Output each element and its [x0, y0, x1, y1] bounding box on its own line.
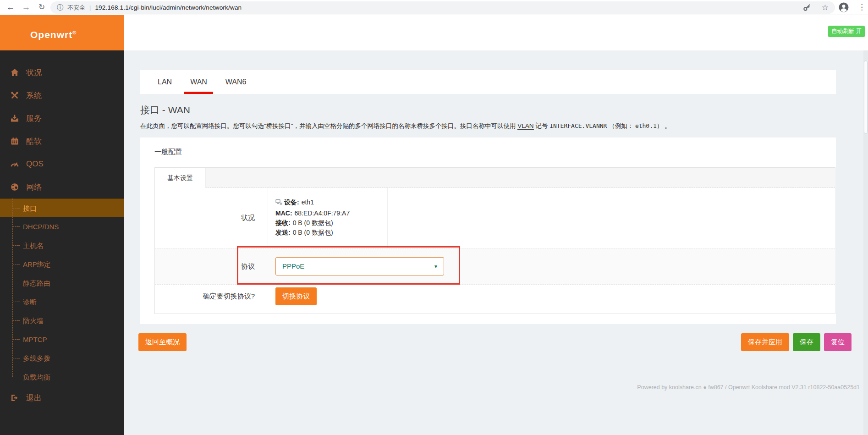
main-content: LAN WAN WAN6 接口 - WAN 在此页面，您可以配置网络接口。您可以… [124, 50, 868, 435]
sidebar-item-logout[interactable]: 退出 [0, 386, 124, 409]
page-title: 接口 - WAN [140, 104, 190, 116]
protocol-row-label: 协议 [155, 262, 265, 271]
back-to-overview-button[interactable]: 返回至概况 [138, 333, 187, 351]
sidebar-subitem-hostname[interactable]: 主机名 [0, 236, 124, 255]
settings-box: 基本设置 状况 设备:eth1 MAC:68:ED:A4:0F:79:A7 接收… [154, 167, 835, 314]
openwrt-logo: Openwrt® [0, 15, 124, 50]
profile-avatar-icon[interactable] [839, 2, 849, 12]
subtab-basic-settings[interactable]: 基本设置 [155, 168, 206, 188]
url-text: 192.168.1.1/cgi-bin/luci/admin/network/n… [95, 4, 242, 11]
bookmark-star-icon[interactable]: ☆ [822, 3, 829, 12]
sidebar-subitem-mptcp[interactable]: MPTCP [0, 330, 124, 349]
sidebar: Openwrt® 状况 系统 服务 [0, 15, 124, 435]
registered-mark: ® [72, 30, 77, 35]
switch-protocol-row: 确定要切换协议? 切换协议 [155, 285, 835, 314]
protocol-row: 协议 PPPoE ▼ [155, 248, 835, 285]
switch-question-label: 确定要切换协议? [155, 285, 265, 314]
vlan-abbr: VLAN [517, 122, 533, 130]
sidebar-subitem-firewall[interactable]: 防火墙 [0, 311, 124, 330]
page-description: 在此页面，您可以配置网络接口。您可以勾选"桥接接口"，并输入由空格分隔的多个网络… [140, 122, 836, 130]
status-row-label: 状况 [155, 188, 265, 248]
sidebar-item-qos[interactable]: QOS [0, 153, 124, 176]
status-row: 状况 设备:eth1 MAC:68:ED:A4:0F:79:A7 接收:0 B … [155, 188, 835, 248]
info-icon[interactable]: ⓘ [57, 4, 63, 12]
logout-icon [10, 393, 19, 402]
gauge-icon [10, 160, 19, 169]
reset-button[interactable]: 复位 [824, 333, 852, 351]
sidebar-menu: 状况 系统 服务 [0, 50, 124, 409]
sidebar-item-status[interactable]: 状况 [0, 61, 124, 84]
tab-wan[interactable]: WAN [184, 70, 214, 94]
sidebar-item-network[interactable]: 网络 [0, 176, 124, 198]
sidebar-item-services[interactable]: 服务 [0, 107, 124, 130]
switch-protocol-button[interactable]: 切换协议 [275, 287, 317, 305]
sidebar-subitem-load-balancing[interactable]: 负载均衡 [0, 368, 124, 386]
sidebar-item-koolshare[interactable]: 酷软 [0, 130, 124, 153]
tab-wan6[interactable]: WAN6 [219, 70, 253, 94]
sidebar-subitem-arp-binding[interactable]: ARP绑定 [0, 255, 124, 274]
active-tab-underline [184, 92, 213, 94]
sidebar-subitem-interfaces[interactable]: 接口 [0, 198, 124, 217]
interface-tabbar: LAN WAN WAN6 [140, 70, 836, 94]
protocol-select[interactable]: PPPoE ▼ [275, 257, 444, 275]
browser-forward-icon[interactable]: → [20, 0, 32, 15]
ethernet-adapter-icon [275, 198, 283, 206]
footer-credits: Powered by koolshare.cn ● fw867 / Openwr… [637, 384, 860, 391]
auto-refresh-toggle[interactable]: 自动刷新 开 [828, 26, 865, 37]
tab-lan[interactable]: LAN [151, 70, 178, 94]
home-icon [10, 68, 19, 77]
settings-subtabs: 基本设置 [155, 168, 835, 188]
sidebar-item-system[interactable]: 系统 [0, 84, 124, 107]
save-button[interactable]: 保存 [793, 333, 820, 351]
network-submenu: 接口 DHCP/DNS 主机名 ARP绑定 静态路由 诊断 防火墙 MPTCP … [0, 198, 124, 386]
browser-back-icon[interactable]: ← [5, 0, 16, 15]
key-icon[interactable] [803, 4, 811, 11]
save-apply-button[interactable]: 保存并应用 [741, 333, 789, 351]
sidebar-subitem-multiwan-dial[interactable]: 多线多拨 [0, 349, 124, 368]
address-separator: | [89, 4, 91, 11]
calendar-icon [10, 137, 19, 146]
browser-toolbar: ← → ↻ ⓘ 不安全 | 192.168.1.1/cgi-bin/luci/a… [0, 0, 868, 15]
sidebar-subitem-static-routes[interactable]: 静态路由 [0, 274, 124, 292]
sidebar-subitem-dhcp-dns[interactable]: DHCP/DNS [0, 217, 124, 236]
browser-menu-icon[interactable]: ⋮ [858, 0, 865, 15]
chevron-down-icon: ▼ [434, 258, 438, 276]
security-label: 不安全 [67, 4, 85, 12]
scrollbar-track[interactable] [863, 50, 868, 435]
tools-icon [10, 91, 19, 100]
browser-reload-icon[interactable]: ↻ [36, 0, 48, 15]
services-icon [10, 114, 19, 123]
general-config-panel: 一般配置 基本设置 状况 设备:eth1 MAC:68:ED:A4:0F:79:… [140, 138, 836, 324]
main-header: 自动刷新 开 [124, 15, 868, 50]
globe-icon [10, 182, 19, 192]
section-legend: 一般配置 [154, 148, 182, 156]
form-actions: 保存并应用 保存 复位 [741, 333, 852, 351]
menu-tree-line [12, 198, 13, 377]
address-bar[interactable]: ⓘ 不安全 | 192.168.1.1/cgi-bin/luci/admin/n… [50, 1, 835, 14]
interface-status-cell: 设备:eth1 MAC:68:ED:A4:0F:79:A7 接收:0 B (0 … [268, 188, 388, 248]
scrollbar-thumb[interactable] [864, 61, 868, 134]
sidebar-subitem-diagnostics[interactable]: 诊断 [0, 292, 124, 311]
